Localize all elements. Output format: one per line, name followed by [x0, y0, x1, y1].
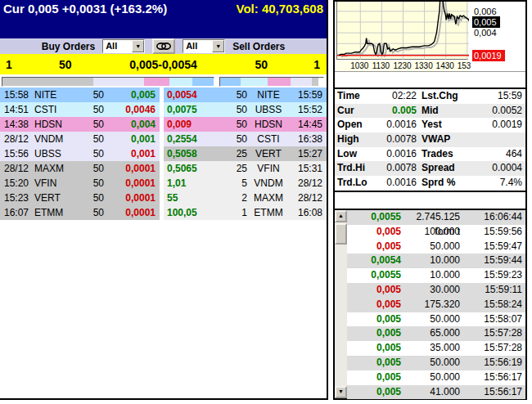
buy-side: 15:56UBSS500,001 [0, 146, 160, 161]
trade-row[interactable]: 0,005510.00015:59:23 [347, 268, 525, 283]
buy-price-cell: 0,005 [114, 88, 160, 102]
sell-market-maker-cell: ETMM [247, 205, 290, 220]
quote-label: VWAP [417, 132, 466, 147]
trade-row[interactable]: 0,00550.00015:56:17 [347, 370, 525, 385]
trade-row[interactable]: 0,00552.745.125 form t16:06:44 [347, 210, 525, 225]
depth-bars [2, 77, 324, 87]
trade-price: 0,005 [347, 356, 401, 370]
trade-size: 65.000 [401, 326, 473, 341]
depth-segment [220, 78, 241, 86]
trade-row[interactable]: 0,00565.00015:57:28 [347, 326, 525, 341]
chevron-down-icon[interactable]: ▼ [132, 40, 144, 52]
trade-size: 10.000 [401, 268, 473, 283]
sell-depth-bar [219, 77, 324, 87]
sell-market-maker-cell: MAXM [247, 191, 290, 205]
depth-segment [192, 78, 214, 86]
quote-row: Time02:22Lst.Chg15:59 [335, 89, 525, 104]
sell-side: 0,00950HDSN14:45 [164, 117, 327, 132]
trade-row[interactable]: 0,00535.00015:57:28 [347, 341, 525, 356]
trade-row[interactable]: 0,005175.32015:58:24 [347, 298, 525, 312]
sell-price-cell: 0,5058 [164, 146, 211, 161]
scroll-down-button[interactable]: ▼ [335, 386, 347, 398]
buy-orders-label: Buy Orders [42, 41, 95, 52]
order-row[interactable]: 16:07ETMM500,0001100,051ETMM16:08 [0, 205, 327, 220]
scroll-up-button[interactable]: ▲ [335, 210, 347, 222]
order-row[interactable]: 28/12VNDM500,0010,255450CSTI16:38 [0, 132, 327, 146]
buy-side: 16:07ETMM500,0001 [0, 205, 160, 220]
buy-market-maker-cell: CSTI [34, 102, 80, 117]
quote-value: 0.005 [376, 104, 417, 119]
buy-market-maker-cell: HDSN [34, 117, 80, 132]
order-row[interactable]: 14:38HDSN500,0040,00950HDSN14:45 [0, 117, 327, 132]
buy-side: 28/12VNDM500,001 [0, 132, 160, 146]
buy-filter-dropdown[interactable]: All ▼ [102, 39, 145, 53]
buy-time-cell: 15:23 [0, 191, 34, 205]
trade-row[interactable]: 0,00541.00015:56:17 [347, 385, 525, 400]
trade-size: 100.000 [401, 225, 473, 240]
sell-filter-dropdown[interactable]: All ▼ [183, 39, 225, 53]
trade-row[interactable]: 0,00530.00015:59:11 [347, 283, 525, 298]
trades-list: 0,00552.745.125 form t16:06:440,005100.0… [347, 210, 525, 398]
trade-row[interactable]: 0,005100.00015:59:56 [347, 225, 525, 240]
sell-total-size: 50 [228, 58, 294, 71]
sell-time-cell: 15:52 [290, 102, 327, 117]
buy-size-cell: 50 [80, 117, 114, 132]
trade-time: 15:59:44 [473, 254, 525, 268]
trade-time: 15:59:47 [473, 240, 525, 254]
chevron-down-icon[interactable]: ▼ [212, 40, 224, 52]
order-row[interactable]: 28/12MAXM500,00010,506525VFIN15:31 [0, 161, 327, 176]
trade-size: 50.000 [401, 312, 473, 327]
order-row[interactable]: 15:20VFIN500,00011,015VNDM28/12 [0, 176, 327, 191]
filter-bar: Buy Orders All ▼ All ▼ Sell Orders [0, 38, 327, 54]
order-row[interactable]: 15:56UBSS500,0010,505825VERT15:27 [0, 146, 327, 161]
tab-label: Auction [343, 74, 364, 88]
trade-row[interactable]: 0,005410.00015:59:44 [347, 254, 525, 268]
trades-panel: ▲ ▼ 0,00552.745.125 form t16:06:440,0051… [335, 209, 525, 398]
order-book-pane: Cur 0,005 +0,0031 (+163.2%) Vol: 40,703,… [0, 0, 328, 400]
trade-price: 0,0054 [347, 254, 401, 268]
quote-value: 0.0004 [466, 161, 525, 176]
sell-price-cell: 0,5065 [164, 161, 211, 176]
buy-price-cell: 0,001 [114, 146, 160, 161]
depth-segment [291, 78, 312, 86]
sell-price-cell: 100,05 [164, 205, 211, 220]
sell-size-cell: 5 [211, 176, 247, 191]
depth-segment [2, 78, 93, 86]
chart-plot-area [336, 2, 468, 60]
quote-label: Trd.Hi [335, 161, 376, 176]
quote-row: Trd.Hi0.0078Spread0.0004 [335, 161, 525, 176]
trade-price: 0,005 [347, 225, 401, 240]
x-tick-label: 1230 [392, 61, 413, 70]
trades-scrollbar[interactable]: ▲ ▼ [335, 210, 347, 398]
buy-time-cell: 14:51 [0, 102, 34, 117]
trade-time: 15:56:17 [473, 385, 525, 400]
quote-tab-bar: Quote InfoAuctionIndicesFlow [335, 74, 349, 88]
buy-side: 15:58NITE500,005 [0, 88, 160, 102]
scroll-thumb[interactable] [335, 223, 347, 245]
trade-size: 35.000 [401, 341, 473, 356]
quote-label: High [335, 132, 376, 147]
order-row[interactable]: 15:58NITE500,0050,005450NITE15:59 [0, 88, 327, 102]
buy-filter-value: All [103, 40, 132, 52]
trades-tab-bar: Trades [335, 195, 342, 209]
y-axis-label: 0,004 [474, 28, 497, 38]
order-row[interactable]: 15:23VERT500,0001552MAXM28/12 [0, 191, 327, 205]
trade-row[interactable]: 0,00550.00015:59:47 [347, 240, 525, 254]
quote-pane: 103011301230133014301530 0,0060,0050,004… [333, 0, 527, 400]
order-row[interactable]: 14:51CSTI500,00460,007550UBSS15:52 [0, 102, 327, 117]
sell-market-maker-cell: VFIN [247, 161, 290, 176]
trade-price: 0,0055 [347, 210, 401, 225]
y-axis-label: 0,006 [474, 7, 497, 16]
link-orders-button[interactable] [152, 38, 175, 54]
quote-label: Trades [417, 147, 466, 162]
trade-row[interactable]: 0,00550.00015:58:07 [347, 312, 525, 327]
sell-price-cell: 0,009 [164, 117, 211, 132]
quote-value: 0.0078 [376, 132, 417, 147]
buy-price-cell: 0,004 [114, 117, 160, 132]
depth-segment [241, 78, 268, 86]
trade-time: 15:56:19 [473, 356, 525, 370]
trade-row[interactable]: 0,00550.00015:56:19 [347, 356, 525, 370]
quote-label: Mid [417, 104, 466, 119]
sell-time-cell: 16:08 [290, 205, 327, 220]
quote-value: 7.4% [466, 176, 525, 191]
